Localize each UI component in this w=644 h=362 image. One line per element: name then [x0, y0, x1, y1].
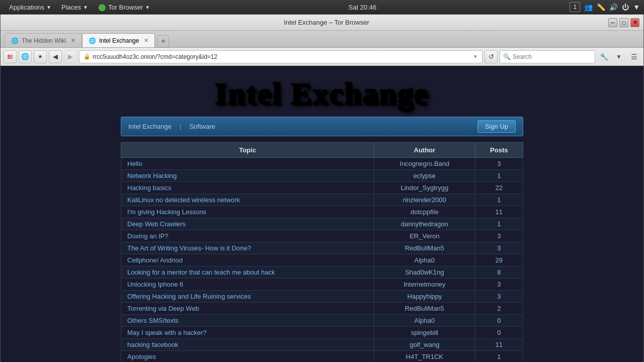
table-row: Others SMS/textsAlpha00 [121, 315, 523, 327]
table-cell-topic[interactable]: Cellphone/ Andriod [121, 254, 374, 266]
system-bar-left: Applications ▼ Places ▼ ⬤ Tor Browser ▼ [4, 2, 155, 13]
tab-close-intel[interactable]: ✕ [144, 37, 148, 44]
table-cell-author: Internetmoney [374, 279, 475, 291]
volume-icon[interactable]: 🔊 [609, 3, 618, 11]
site-logo: Intel Exchange [215, 76, 429, 112]
site-nav-links: Intel Exchange | Software [128, 123, 215, 130]
table-cell-posts: 11 [475, 206, 523, 218]
signup-button[interactable]: Sign Up [477, 120, 516, 133]
table-cell-posts: 3 [475, 230, 523, 242]
table-cell-posts: 2 [475, 303, 523, 315]
back-button[interactable]: ◀ [49, 50, 62, 63]
new-tab-button[interactable]: + [157, 35, 169, 47]
forward-button[interactable]: ▶ [64, 50, 77, 63]
page-content: Intel Exchange Intel Exchange | Software… [1, 66, 643, 362]
table-cell-posts: 3 [475, 158, 523, 170]
table-cell-author: spingebill [374, 327, 475, 339]
search-input[interactable] [513, 53, 592, 60]
table-cell-topic[interactable]: Offering Hacking and Life Ruining servic… [121, 291, 374, 303]
table-row: I'm giving Hacking Lessonsdotcppfile11 [121, 206, 523, 218]
table-cell-posts: 1 [475, 351, 523, 363]
nav-bookmark-button[interactable]: ★ [34, 50, 47, 63]
table-cell-topic[interactable]: Others SMS/texts [121, 315, 374, 327]
table-cell-author: Incognegro.Band [374, 158, 475, 170]
table-cell-topic[interactable]: hacking facebook [121, 339, 374, 351]
reload-button[interactable]: ↺ [485, 50, 498, 63]
power-icon[interactable]: ⏻ [622, 3, 629, 11]
table-row: Network Hackingeclypse1 [121, 170, 523, 182]
title-bar: Intel Exchange – Tor Browser ─ □ ✕ [1, 15, 643, 31]
table-cell-topic[interactable]: Looking for a mentor that can teach me a… [121, 266, 374, 279]
maximize-button[interactable]: □ [619, 18, 628, 27]
table-cell-posts: 0 [475, 327, 523, 339]
url-dropdown-icon[interactable]: ▼ [473, 54, 478, 59]
table-cell-author: Shad0wK1ng [374, 266, 475, 279]
nav-software[interactable]: Software [189, 123, 215, 130]
table-cell-topic[interactable]: Hello [121, 158, 374, 170]
tab-close-hidden-wiki[interactable]: ✕ [71, 37, 75, 44]
table-cell-author: RedBullMan5 [374, 242, 475, 254]
table-cell-topic[interactable]: Hacking basics [121, 182, 374, 194]
col-posts: Posts [475, 143, 523, 158]
applications-menu[interactable]: Applications ▼ [4, 2, 56, 13]
tools-button[interactable]: 🔧 [597, 50, 610, 63]
table-cell-topic[interactable]: I'm giving Hacking Lessons [121, 206, 374, 218]
table-row: Offering Hacking and Life Ruining servic… [121, 291, 523, 303]
applications-arrow: ▼ [46, 5, 51, 10]
filter-button[interactable]: ▼ [612, 50, 625, 63]
table-row: Looking for a mentor that can teach me a… [121, 266, 523, 279]
nav-home-button[interactable]: 🌐 [19, 50, 32, 63]
tor-arrow: ▼ [145, 5, 150, 10]
table-body: HelloIncognegro.Band3Network Hackingecly… [121, 158, 523, 363]
minimize-button[interactable]: ─ [608, 18, 617, 27]
table-row: May I speak with a hacker?spingebill0 [121, 327, 523, 339]
table-cell-topic[interactable]: KaliLinux no detected wireless network [121, 194, 374, 206]
nav-intel-exchange[interactable]: Intel Exchange [128, 123, 172, 130]
url-bar[interactable]: 🔒 rrcc5uuudh4oz3c.onion/?cmd=category&id… [79, 50, 482, 63]
col-author: Author [374, 143, 475, 158]
tab-intel-exchange[interactable]: 🌐 Intel Exchange ✕ [82, 33, 155, 47]
site-header: Intel Exchange [1, 66, 643, 117]
close-button[interactable]: ✕ [630, 18, 639, 27]
table-cell-topic[interactable]: Deep Web Crawlers [121, 218, 374, 230]
table-cell-topic[interactable]: Apologies [121, 351, 374, 363]
table-cell-posts: 11 [475, 339, 523, 351]
table-cell-author: Happyhippy [374, 291, 475, 303]
table-cell-topic[interactable]: Torrenting via Deep Web [121, 303, 374, 315]
table-cell-topic[interactable]: The Art of Writing Viruses- How is it Do… [121, 242, 374, 254]
table-cell-author: Alpha0 [374, 254, 475, 266]
table-cell-topic[interactable]: Unlocking Iphone 6 [121, 279, 374, 291]
table-cell-topic[interactable]: May I speak with a hacker? [121, 327, 374, 339]
menu-button[interactable]: ☰ [627, 50, 640, 63]
applications-label: Applications [9, 4, 44, 11]
table-cell-topic[interactable]: Network Hacking [121, 170, 374, 182]
table-cell-author: Lindor_Sygtrygg [374, 182, 475, 194]
table-row: Torrenting via Deep WebRedBullMan52 [121, 303, 523, 315]
table-cell-author: Alpha0 [374, 315, 475, 327]
table-cell-author: ER_Veron [374, 230, 475, 242]
search-container: 🔍 [500, 50, 595, 63]
notification-icon[interactable]: 1 [570, 2, 580, 12]
search-icon: 🔍 [503, 53, 511, 60]
nav-stylish-button[interactable]: S! [4, 50, 17, 63]
users-icon[interactable]: 👥 [584, 3, 593, 11]
table-cell-posts: 0 [475, 315, 523, 327]
table-cell-posts: 1 [475, 194, 523, 206]
tab-label-intel: Intel Exchange [99, 37, 139, 44]
edit-icon[interactable]: ✏️ [597, 3, 605, 11]
table-row: Unlocking Iphone 6Internetmoney3 [121, 279, 523, 291]
table-cell-author: dotcppfile [374, 206, 475, 218]
table-cell-author: RedBullMan5 [374, 303, 475, 315]
tab-favicon-intel: 🌐 [89, 37, 96, 44]
system-clock: Sat 20:46 [349, 4, 377, 11]
tor-browser-menu[interactable]: ⬤ Tor Browser ▼ [93, 2, 155, 13]
tab-hidden-wiki[interactable]: 🌐 The Hidden Wiki ✕ [5, 33, 82, 47]
system-arrow-icon[interactable]: ▼ [633, 3, 640, 11]
table-cell-topic[interactable]: Doxing an IP? [121, 230, 374, 242]
table-cell-posts: 1 [475, 170, 523, 182]
places-menu[interactable]: Places ▼ [56, 2, 93, 13]
table-row: Doxing an IP?ER_Veron3 [121, 230, 523, 242]
table-header-row: Topic Author Posts [121, 143, 523, 158]
table-cell-author: golf_wang [374, 339, 475, 351]
table-cell-posts: 29 [475, 254, 523, 266]
